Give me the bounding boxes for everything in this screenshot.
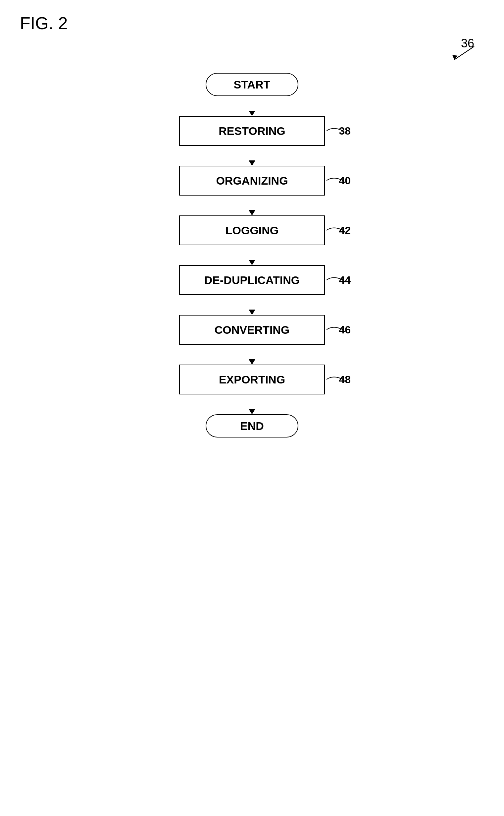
connector-6 [252, 345, 253, 365]
restoring-ref-line [327, 126, 348, 136]
organizing-node: ORGANIZING 40 [179, 166, 325, 195]
connector-4 [252, 245, 253, 265]
connector-5 [252, 295, 253, 315]
flowchart: START RESTORING 38 ORGANIZING 40 LOGGING… [179, 73, 325, 437]
connector-2 [252, 146, 253, 166]
exporting-node: EXPORTING 48 [179, 365, 325, 394]
connector-3 [252, 195, 253, 216]
converting-node: CONVERTING 46 [179, 315, 325, 345]
end-label: END [240, 420, 264, 433]
start-label: START [234, 78, 271, 91]
figure-title: FIG. 2 [20, 13, 68, 33]
main-ref-arrow [448, 43, 478, 63]
logging-label: LOGGING [226, 224, 279, 237]
organizing-ref-line [327, 176, 348, 185]
logging-node: LOGGING 42 [179, 216, 325, 245]
restoring-node: RESTORING 38 [179, 116, 325, 146]
exporting-label: EXPORTING [219, 373, 285, 386]
organizing-label: ORGANIZING [216, 174, 288, 187]
end-node: END [206, 414, 298, 437]
deduplicating-label: DE-DUPLICATING [204, 274, 300, 287]
svg-line-0 [454, 46, 474, 60]
deduplicating-ref-line [327, 275, 348, 285]
start-node: START [206, 73, 298, 96]
converting-label: CONVERTING [215, 324, 290, 336]
converting-ref-line [327, 325, 348, 335]
restoring-label: RESTORING [219, 125, 285, 137]
deduplicating-node: DE-DUPLICATING 44 [179, 265, 325, 295]
connector-1 [252, 96, 253, 116]
exporting-ref-line [327, 375, 348, 384]
logging-ref-line [327, 226, 348, 235]
connector-7 [252, 394, 253, 414]
